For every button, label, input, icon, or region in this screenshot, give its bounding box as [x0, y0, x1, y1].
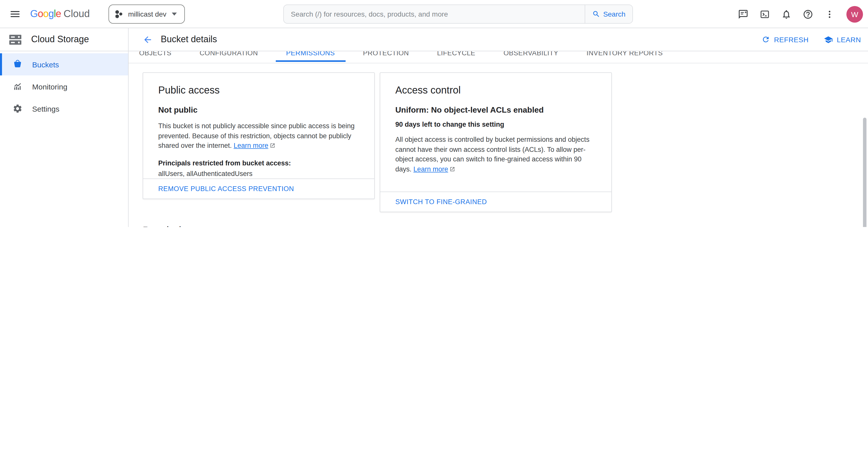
- project-name: millicast dev: [128, 10, 166, 18]
- learn-button[interactable]: LEARN: [824, 35, 861, 44]
- vertical-scrollbar[interactable]: [863, 118, 867, 227]
- learn-more-link[interactable]: Learn more: [413, 165, 448, 173]
- access-control-deadline: 90 days left to change this setting: [395, 120, 596, 129]
- sidebar-item-label: Settings: [32, 104, 59, 113]
- remove-public-access-prevention-button[interactable]: REMOVE PUBLIC ACCESS PREVENTION: [158, 185, 294, 193]
- logo-letter: G: [30, 8, 38, 20]
- sidebar: Cloud Storage Buckets Monitoring Setting…: [0, 28, 129, 227]
- refresh-button[interactable]: REFRESH: [762, 35, 809, 44]
- gcp-console: Google Cloud millicast dev Search: [0, 0, 868, 227]
- help-icon[interactable]: [802, 8, 813, 20]
- card-title: Access control: [395, 84, 596, 96]
- cloud-storage-icon: [8, 33, 22, 46]
- logo-letter: g: [49, 8, 54, 20]
- learn-more-link[interactable]: Learn more: [234, 142, 268, 149]
- tab-label: OBJECTS: [139, 51, 172, 57]
- switch-to-fine-grained-button[interactable]: SWITCH TO FINE-GRAINED: [395, 198, 487, 206]
- logo-letter: l: [54, 8, 56, 20]
- open-in-new-icon: [270, 141, 275, 151]
- card-footer: REMOVE PUBLIC ACCESS PREVENTION: [143, 178, 374, 199]
- topbar-actions: W: [737, 0, 863, 28]
- public-access-description: This bucket is not publicly accessible s…: [158, 121, 359, 151]
- gear-icon: [12, 104, 23, 114]
- tab-permissions[interactable]: PERMISSIONS: [276, 51, 345, 63]
- tab-label: LIFECYCLE: [437, 51, 475, 57]
- tab-label: CONFIGURATION: [200, 51, 258, 57]
- card-footer: SWITCH TO FINE-GRAINED: [380, 192, 611, 212]
- project-icon: [115, 9, 124, 19]
- tab-label: OBSERVABILITY: [503, 51, 558, 57]
- tab-inventory-reports[interactable]: INVENTORY REPORTS: [576, 51, 673, 63]
- logo-cloud-text: Cloud: [64, 8, 90, 20]
- bucket-icon: [12, 59, 23, 69]
- search-icon: [592, 10, 600, 18]
- notifications-icon[interactable]: [781, 8, 792, 20]
- card-title: Public access: [158, 84, 359, 96]
- cloud-shell-icon[interactable]: [759, 8, 770, 20]
- logo-letter: o: [43, 8, 48, 20]
- learn-label: LEARN: [837, 35, 861, 44]
- learn-icon: [824, 35, 833, 44]
- permissions-heading: Permissions: [143, 224, 868, 227]
- global-search: Search: [283, 4, 633, 24]
- top-bar: Google Cloud millicast dev Search: [0, 0, 868, 28]
- tab-observability[interactable]: OBSERVABILITY: [493, 51, 569, 63]
- sidebar-item-buckets[interactable]: Buckets: [0, 53, 128, 76]
- bucket-tabs: OBJECTS CONFIGURATION PERMISSIONS PROTEC…: [129, 51, 868, 63]
- tab-lifecycle[interactable]: LIFECYCLE: [427, 51, 486, 63]
- monitoring-icon: [12, 81, 23, 91]
- access-control-mode: Uniform: No object-level ACLs enabled: [395, 105, 596, 115]
- arrow-back-icon: [143, 34, 153, 45]
- sidebar-item-label: Buckets: [32, 60, 59, 68]
- search-button-label: Search: [603, 10, 626, 18]
- search-input[interactable]: [284, 10, 585, 18]
- page-header: Bucket details REFRESH LEARN: [129, 28, 868, 51]
- menu-icon[interactable]: [5, 4, 25, 24]
- tab-objects[interactable]: OBJECTS: [129, 51, 182, 63]
- sidebar-item-label: Monitoring: [32, 82, 67, 91]
- refresh-icon: [762, 35, 770, 44]
- tab-configuration[interactable]: CONFIGURATION: [189, 51, 269, 63]
- access-control-description: All object access is controlled by bucke…: [395, 135, 596, 174]
- summary-cards: Public access Not public This bucket is …: [143, 73, 868, 212]
- access-control-card: Access control Uniform: No object-level …: [380, 73, 612, 212]
- main-content: Bucket details REFRESH LEARN OBJECTS CON…: [129, 28, 868, 227]
- search-button[interactable]: Search: [585, 5, 632, 23]
- sidebar-item-settings[interactable]: Settings: [0, 97, 128, 120]
- avatar[interactable]: W: [846, 6, 863, 22]
- tab-label: PROTECTION: [363, 51, 409, 57]
- principals-restricted-label: Principals restricted from bucket access…: [158, 159, 359, 167]
- sidebar-product-header: Cloud Storage: [0, 28, 128, 51]
- public-access-status: Not public: [158, 105, 359, 115]
- refresh-label: REFRESH: [774, 35, 809, 44]
- product-title: Cloud Storage: [31, 34, 89, 45]
- google-cloud-logo[interactable]: Google Cloud: [30, 8, 90, 20]
- back-button[interactable]: [141, 32, 155, 47]
- logo-letter: o: [38, 8, 43, 20]
- page-title: Bucket details: [161, 34, 217, 45]
- chevron-down-icon: [172, 12, 177, 16]
- gemini-chat-icon[interactable]: [737, 8, 748, 20]
- tab-label: PERMISSIONS: [286, 51, 335, 57]
- page-header-actions: REFRESH LEARN: [762, 35, 861, 44]
- sidebar-item-monitoring[interactable]: Monitoring: [0, 76, 128, 97]
- more-vert-icon[interactable]: [824, 8, 835, 20]
- project-selector[interactable]: millicast dev: [108, 4, 185, 24]
- open-in-new-icon: [450, 165, 455, 174]
- public-access-card: Public access Not public This bucket is …: [143, 73, 375, 199]
- logo-letter: e: [56, 8, 61, 20]
- principals-restricted-value: allUsers, allAuthenticatedUsers: [158, 170, 359, 177]
- avatar-initial: W: [851, 10, 858, 18]
- tab-label: INVENTORY REPORTS: [586, 51, 663, 57]
- sidebar-nav: Buckets Monitoring Settings: [0, 51, 128, 120]
- tab-protection[interactable]: PROTECTION: [352, 51, 420, 63]
